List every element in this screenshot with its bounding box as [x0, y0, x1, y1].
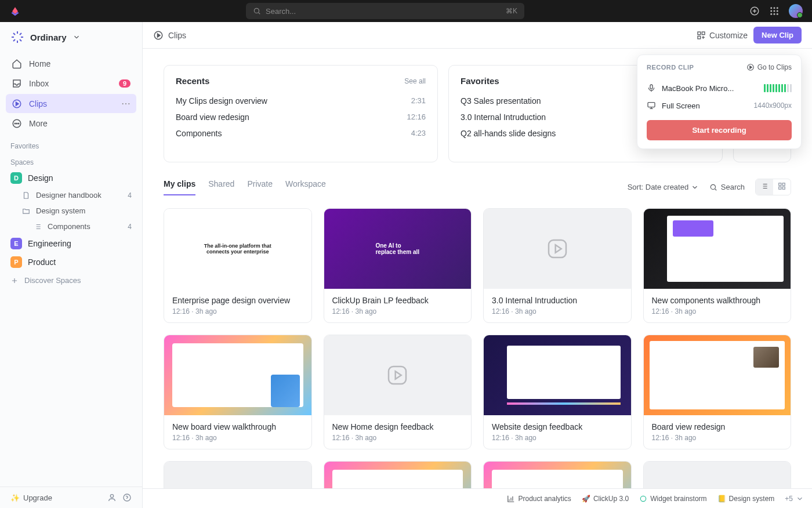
- svg-rect-23: [779, 183, 781, 186]
- view-list-button[interactable]: [756, 179, 773, 195]
- clips-icon: [746, 63, 755, 71]
- space-name: Engineering: [28, 239, 71, 248]
- clip-meta: 12:16 · 3h ago: [172, 307, 303, 315]
- space-name: Design: [28, 173, 53, 183]
- clip-card[interactable]: Board view redesign12:16 · 3h ago: [643, 335, 792, 449]
- sidebar-item-clips[interactable]: Clips ⋯: [6, 94, 136, 113]
- inbox-icon: [12, 78, 22, 89]
- sidebar-item-label: Inbox: [29, 79, 49, 88]
- list-icon: [34, 223, 42, 231]
- start-recording-button[interactable]: Start recording: [647, 120, 792, 140]
- chevron-down-icon: [691, 183, 699, 191]
- customize-button[interactable]: Customize: [697, 31, 748, 40]
- grid-apps-icon[interactable]: [769, 6, 780, 16]
- more-dots-icon[interactable]: ⋯: [121, 98, 130, 109]
- person-icon[interactable]: [107, 493, 117, 502]
- play-icon: [386, 364, 409, 387]
- global-search[interactable]: Search... ⌘K: [246, 3, 524, 19]
- svg-point-34: [641, 496, 646, 501]
- audio-level-indicator: [764, 84, 792, 92]
- svg-point-8: [770, 13, 772, 15]
- user-avatar[interactable]: [789, 4, 803, 18]
- svg-rect-20: [702, 32, 705, 35]
- tray-more[interactable]: +5: [785, 495, 804, 503]
- view-grid-button[interactable]: [773, 179, 791, 195]
- svg-point-13: [14, 123, 16, 124]
- clip-thumbnail: [164, 335, 311, 415]
- doc-icon: [22, 191, 30, 199]
- tab-shared[interactable]: Shared: [208, 179, 234, 195]
- customize-icon: [697, 31, 706, 40]
- inbox-badge: 9: [119, 79, 130, 88]
- new-clip-button[interactable]: New Clip: [753, 27, 802, 43]
- tab-workspace[interactable]: Workspace: [285, 179, 326, 195]
- upgrade-button[interactable]: ✨ Upgrade: [10, 494, 52, 502]
- svg-rect-33: [648, 103, 655, 107]
- sidebar-item-home[interactable]: Home: [6, 55, 136, 73]
- screen-resolution: 1440x900px: [754, 101, 792, 110]
- space-child-design-system[interactable]: Design system: [0, 203, 142, 219]
- workspace-switcher[interactable]: Ordinary: [0, 22, 142, 52]
- list-item[interactable]: Board view redesign12:16: [176, 109, 426, 125]
- screen-selector[interactable]: Full Screen 1440x900px: [647, 97, 792, 114]
- tray-widget-brainstorm[interactable]: Widget brainstorm: [639, 495, 706, 503]
- chevron-down-icon: [796, 495, 804, 503]
- clip-card[interactable]: New Home design feedback12:16 · 3h ago: [324, 335, 472, 449]
- home-icon: [12, 59, 22, 69]
- sort-dropdown[interactable]: Sort: Date created: [628, 183, 699, 192]
- search-placeholder: Search...: [266, 7, 296, 16]
- goto-clips-link[interactable]: Go to Clips: [746, 63, 792, 71]
- clip-card[interactable]: New board view walkthrough12:16 · 3h ago: [164, 335, 312, 449]
- svg-rect-27: [549, 240, 566, 257]
- tray-product-analytics[interactable]: Product analytics: [507, 495, 571, 503]
- tab-private[interactable]: Private: [247, 179, 273, 195]
- sidebar-item-more[interactable]: More: [6, 114, 136, 133]
- see-all-link[interactable]: See all: [404, 77, 426, 85]
- clip-title: Enterprise page design overview: [172, 296, 303, 305]
- sidebar-item-inbox[interactable]: Inbox 9: [6, 74, 136, 93]
- space-child-components[interactable]: Components 4: [0, 219, 142, 234]
- space-engineering[interactable]: E Engineering: [0, 234, 142, 253]
- svg-point-4: [777, 7, 778, 9]
- space-child-designer-handbook[interactable]: Designer handbook 4: [0, 187, 142, 203]
- card-title: Recents: [176, 76, 209, 86]
- clip-card[interactable]: The all-in-one platform thatconnects you…: [164, 208, 312, 323]
- clip-card[interactable]: One AI toreplace them all ClickUp Brain …: [324, 208, 472, 323]
- svg-point-7: [777, 10, 778, 12]
- clip-meta: 12:16 · 3h ago: [492, 434, 623, 442]
- discover-spaces[interactable]: Discover Spaces: [0, 271, 142, 289]
- child-count: 4: [128, 191, 132, 199]
- mic-selector[interactable]: MacBook Pro Micro...: [647, 79, 792, 97]
- clip-meta: 12:16 · 3h ago: [652, 434, 783, 442]
- clip-card[interactable]: 3.0 Internal Intruduction12:16 · 3h ago: [483, 208, 632, 323]
- child-count: 4: [128, 223, 132, 231]
- svg-point-6: [774, 10, 775, 12]
- list-item[interactable]: My Clips design overview2:31: [176, 93, 426, 109]
- folder-icon: [22, 207, 30, 215]
- spaces-section-label: Spaces: [0, 153, 142, 169]
- space-product[interactable]: P Product: [0, 253, 142, 271]
- help-icon[interactable]: [122, 493, 132, 502]
- space-badge: D: [10, 172, 22, 184]
- space-badge: E: [10, 238, 22, 249]
- clip-card[interactable]: Website design feedback12:16 · 3h ago: [483, 335, 632, 449]
- favorites-section-label: Favorites: [0, 136, 142, 153]
- clip-thumbnail: [484, 209, 631, 289]
- rocket-icon: 🚀: [582, 495, 590, 503]
- svg-rect-26: [782, 187, 785, 189]
- space-design[interactable]: D Design: [0, 169, 142, 187]
- search-button[interactable]: Search: [709, 183, 745, 191]
- list-item[interactable]: Components4:23: [176, 125, 426, 141]
- tray-design-system[interactable]: 📒Design system: [717, 495, 775, 503]
- clip-thumbnail: [644, 209, 791, 289]
- clip-card[interactable]: New components walkthrough12:16 · 3h ago: [643, 208, 792, 323]
- tab-my-clips[interactable]: My clips: [164, 179, 195, 195]
- discover-label: Discover Spaces: [24, 276, 81, 285]
- child-name: Components: [48, 222, 90, 231]
- tray-clickup30[interactable]: 🚀ClickUp 3.0: [582, 495, 629, 503]
- main: Clips Customize New Clip Recents See all…: [143, 22, 812, 508]
- search-shortcut: ⌘K: [506, 7, 517, 15]
- clip-thumbnail: [484, 335, 631, 415]
- sidebar-item-label: Home: [29, 59, 50, 68]
- plus-circle-icon[interactable]: [749, 6, 760, 16]
